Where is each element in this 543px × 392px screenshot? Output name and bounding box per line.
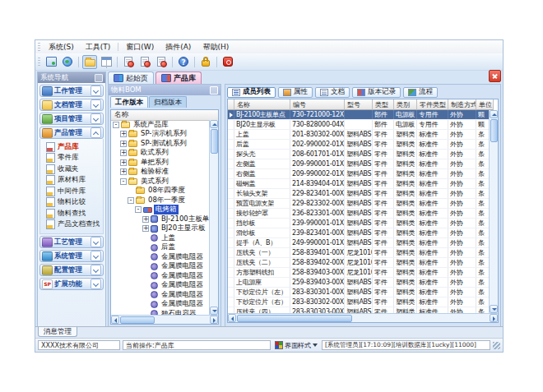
column-header-编号[interactable]: 编号 (290, 99, 345, 110)
pin-icon[interactable] (210, 86, 218, 95)
table-horizontal-scrollbar[interactable] (228, 313, 498, 322)
table-row[interactable]: 接纱轮护罩236-823301-00X塑料ABS零件塑料类标准件外协条 (228, 209, 489, 219)
table-row[interactable]: BJ20主显示板730-828000-04X部件电源板专用件外协颗 (228, 120, 489, 130)
sidebar-group-button-8[interactable]: SP扩展功能 (39, 278, 104, 290)
table-row[interactable]: 预置电源支架229-823302-00X塑料ABS零件塑料类标准件外协条 (228, 199, 489, 209)
expand-icon[interactable]: + (120, 131, 127, 137)
doc-tab-产品库[interactable]: 产品库 (155, 71, 202, 84)
doc-edit-button[interactable] (137, 55, 152, 69)
column-header-型号[interactable]: 型号 (345, 99, 373, 110)
expand-icon[interactable]: + (120, 159, 127, 166)
members-tab-成员列表[interactable]: 成员列表 (227, 87, 276, 98)
table-row[interactable]: 滑纱板239-823401-00X塑料ABS零件塑料类标准件外协条 (228, 228, 489, 238)
pin-icon[interactable] (95, 74, 103, 82)
expand-icon[interactable]: + (120, 150, 127, 156)
sidebar-item-物料查找[interactable]: 物料查找 (40, 208, 103, 219)
table-row[interactable]: 探头壳208-601701-01X塑料ABS零件塑料类标准件外协条 (228, 150, 489, 159)
sidebar-group-button-4[interactable]: 产品管理 (39, 127, 104, 139)
table-row[interactable]: 压线夹（一）258-839401-00X尼龙1010零件塑料类标准件外协条 (228, 248, 489, 258)
table-row[interactable]: 上盖201-830302-00X塑料ABS零件塑料类标准件外协条 (228, 130, 489, 140)
globe-button[interactable] (60, 55, 75, 69)
message-manager-tab[interactable]: 消息管理 (38, 327, 77, 337)
expand-icon[interactable]: + (120, 141, 127, 147)
collapse-icon[interactable]: - (128, 197, 134, 204)
members-tab-版本记录[interactable]: 版本记录 (352, 87, 401, 98)
scrollbar-thumb[interactable] (211, 129, 218, 154)
chevron-down-icon[interactable] (90, 237, 101, 247)
table-vertical-scrollbar[interactable] (489, 110, 498, 313)
tree-node-金属膜电阻器[interactable]: 金属膜电阻器 (111, 271, 209, 281)
view-grid-button[interactable] (99, 55, 114, 69)
collapse-icon[interactable]: - (135, 206, 142, 213)
tree-node-金属膜电阻器[interactable]: 金属膜电阻器 (111, 300, 209, 310)
expand-icon[interactable]: + (142, 216, 149, 223)
column-header-名称[interactable]: 名称 (234, 99, 290, 110)
members-tab-属性[interactable]: 属性 (278, 87, 313, 98)
menu-item-1[interactable]: 系统(S) (43, 41, 80, 53)
table-row[interactable]: 长轴头支架229-823401-00X塑料ABS零件塑料类标准件外协条 (228, 189, 489, 199)
scroll-up-icon[interactable] (490, 110, 498, 118)
sidebar-item-零件库[interactable]: 零件库 (40, 153, 103, 164)
lock-button[interactable] (198, 55, 213, 69)
tree-node-金属膜电阻器[interactable]: 金属膜电阻器 (111, 281, 209, 291)
scroll-up-icon[interactable] (210, 120, 218, 128)
chevron-down-icon[interactable] (90, 265, 101, 275)
toolbar-grip[interactable] (38, 43, 40, 51)
tree-node-检验标准[interactable]: +检验标准 (111, 168, 209, 178)
chevron-down-icon[interactable] (90, 279, 101, 289)
toolbar-grip[interactable] (38, 58, 40, 66)
tree-node-08年四季度[interactable]: 08年四季度 (111, 187, 209, 196)
scroll-left-icon[interactable] (228, 314, 236, 322)
column-header-类型[interactable]: 类型 (373, 99, 394, 110)
sidebar-item-产品库[interactable]: 产品库 (40, 141, 103, 153)
menu-item-2[interactable]: 工具(T) (80, 41, 117, 53)
ui-style-button[interactable]: 界面样式 (273, 341, 319, 350)
tree-vertical-scrollbar[interactable] (209, 120, 218, 315)
scroll-down-icon[interactable] (210, 307, 218, 315)
doc-new-button[interactable] (121, 55, 136, 69)
exit-button[interactable] (220, 55, 235, 69)
scroll-left-icon[interactable] (111, 316, 119, 324)
tree-node-电烤箱[interactable]: -电烤箱 (111, 205, 209, 215)
expand-icon[interactable]: + (120, 168, 127, 175)
tree-node-金属膜电阻器[interactable]: 金属膜电阻器 (111, 262, 209, 272)
expand-icon[interactable]: + (142, 225, 149, 232)
menu-item-4[interactable]: 插件(A) (160, 41, 197, 53)
table-row[interactable]: 右侧盖209-990002-01X塑料ABS零件塑料类标准件外协条 (228, 169, 489, 179)
tree-node-单把系列[interactable]: +单把系列 (111, 158, 209, 168)
tree-node-系统产品库[interactable]: -系统产品库 (111, 120, 209, 130)
sidebar-group-button-2[interactable]: 文档管理 (39, 99, 104, 111)
scroll-down-icon[interactable] (490, 305, 498, 313)
table-row[interactable]: 后盖202-990002-01X塑料ABS零件塑料类标准件外协条 (228, 140, 489, 150)
column-header-制造方式[interactable]: 制造方式 (448, 99, 476, 110)
tree-node-金属膜电阻器[interactable]: 金属膜电阻器 (111, 290, 209, 300)
table-row[interactable]: BJ-2100主板单点730-721000-12X部件电源板专用件外协颗 (228, 110, 489, 120)
table-row[interactable]: 压线夹（二）258-839402-00X尼龙1010零件塑料类标准件外协条 (228, 258, 489, 268)
chevron-down-icon[interactable] (90, 85, 101, 96)
chevron-down-icon[interactable] (90, 251, 101, 261)
chevron-down-icon[interactable] (90, 113, 101, 124)
sidebar-item-中间件库[interactable]: 中间件库 (40, 186, 103, 197)
table-row[interactable]: 方形塑料线扣258-839403-00X尼龙1010零件塑料类标准件外协条 (228, 268, 489, 278)
scrollbar-thumb[interactable] (120, 316, 155, 324)
sidebar-item-原材料库[interactable]: 原材料库 (40, 175, 103, 187)
column-header-类别[interactable]: 类别 (394, 99, 417, 110)
doc-tab-起始页[interactable]: 起始页 (108, 71, 154, 84)
tree-node-后盖[interactable]: 后盖 (111, 243, 209, 253)
sidebar-group-button-5[interactable]: 工艺管理 (39, 236, 104, 248)
tree-node-BJ-2100主板单点[interactable]: +BJ-2100主板单点 (111, 214, 209, 224)
table-row[interactable]: 左侧盖209-990001-01X塑料ABS零件塑料类标准件外协条 (228, 159, 489, 169)
sidebar-group-button-3[interactable]: 项目管理 (39, 113, 104, 125)
doc-delete-button[interactable] (154, 55, 169, 69)
tree-node-金属膜电阻器[interactable]: 金属膜电阻器 (111, 252, 209, 262)
sidebar-item-物料比较[interactable]: 物料比较 (40, 197, 103, 209)
tree-horizontal-scrollbar[interactable] (111, 315, 218, 324)
tree-node-BJ20主显示板[interactable]: +BJ20主显示板 (111, 224, 209, 234)
monitor-button[interactable] (44, 55, 58, 69)
members-tab-流程[interactable]: 流程 (403, 87, 438, 98)
chevron-up-icon[interactable] (90, 127, 101, 138)
scrollbar-thumb[interactable] (490, 119, 498, 142)
tree-node-08年一季度[interactable]: -08年一季度 (111, 196, 209, 205)
scroll-right-icon[interactable] (490, 314, 498, 322)
tree-node-欧式系列[interactable]: +欧式系列 (111, 149, 209, 159)
